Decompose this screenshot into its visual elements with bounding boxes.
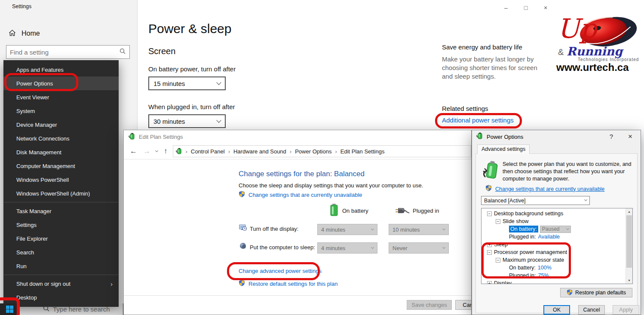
menu-item-windows-powershell-admin[interactable]: Windows PowerShell (Admin) <box>3 187 119 200</box>
power-plan-selector[interactable]: Balanced [Active] <box>481 196 590 205</box>
tree-scrollbar[interactable]: ▲ ▼ <box>626 208 632 284</box>
save-changes-button[interactable]: Save changes <box>407 300 452 310</box>
collapse-icon[interactable]: − <box>487 211 492 216</box>
forward-icon[interactable]: → <box>143 147 150 156</box>
menu-item-power-options[interactable]: Power Options <box>3 76 119 90</box>
menu-item-file-explorer[interactable]: File Explorer <box>3 232 119 245</box>
breadcrumb-power-options[interactable]: Power Options <box>295 148 331 155</box>
menu-item-task-manager[interactable]: Task Manager <box>3 204 119 218</box>
uac-shield-icon <box>239 191 245 199</box>
menu-item-event-viewer[interactable]: Event Viewer <box>3 90 119 104</box>
sidebar-item-home[interactable]: Home <box>9 25 131 42</box>
plugged-in-turnoff-dropdown[interactable]: 30 minutes <box>148 114 226 128</box>
edit-plan-titlebar[interactable]: Edit Plan Settings <box>124 130 471 144</box>
expand-icon[interactable]: + <box>487 281 492 284</box>
display-on-battery-dropdown[interactable]: 4 minutes <box>317 224 377 235</box>
menu-item-desktop[interactable]: Desktop <box>3 291 119 304</box>
menu-item-search[interactable]: Search <box>3 245 119 259</box>
dialog-cancel-button[interactable]: Cancel <box>578 305 605 315</box>
cancel-button[interactable]: Cancel <box>455 300 472 310</box>
minimize-button[interactable]: – <box>499 2 513 13</box>
menu-item-device-manager[interactable]: Device Manager <box>3 118 119 132</box>
breadcrumb-separator: › <box>335 148 337 155</box>
tree-item-slide-show[interactable]: − Slide show <box>496 217 528 225</box>
apply-button[interactable]: Apply <box>613 305 639 315</box>
chevron-down-icon <box>371 245 374 248</box>
chevron-down-icon <box>216 80 221 85</box>
unavailable-settings-link-row[interactable]: Change settings that are currently unava… <box>239 191 362 199</box>
additional-power-settings-link[interactable]: Additional power settings <box>442 116 542 124</box>
sleep-moon-icon <box>239 242 246 251</box>
breadcrumb-hardware-and-sound[interactable]: Hardware and Sound <box>233 148 286 155</box>
sleep-on-battery-dropdown[interactable]: 4 minutes <box>317 242 377 254</box>
edit-plan-navbar: ← → ↑ › Control Panel › Hardware and Sou… <box>124 144 471 159</box>
tree-item-maximum-processor-state[interactable]: − Maximum processor state <box>496 256 564 264</box>
sleep-plugged-in-dropdown[interactable]: Never <box>389 242 449 254</box>
tree-item-desktop-background[interactable]: − Desktop background settings <box>487 210 563 217</box>
search-icon <box>120 48 126 56</box>
scroll-down-button[interactable]: ▼ <box>626 277 632 284</box>
find-setting-input[interactable] <box>6 49 120 56</box>
scrollbar-thumb[interactable] <box>626 215 632 268</box>
ok-button[interactable]: OK <box>543 305 570 315</box>
collapse-icon[interactable]: − <box>487 250 492 255</box>
dialog-unavailable-link-row[interactable]: Change settings that are currently unava… <box>485 185 604 193</box>
change-advanced-power-settings-link[interactable]: Change advanced power settings <box>239 268 322 274</box>
dialog-unavailable-link[interactable]: Change settings that are currently unava… <box>495 186 604 192</box>
processor-on-battery-value[interactable]: 100% <box>538 265 552 271</box>
tree-label: On battery: <box>509 265 536 271</box>
restore-plan-defaults-button[interactable]: Restore plan defaults <box>560 288 632 297</box>
up-icon[interactable]: ↑ <box>164 147 168 156</box>
start-button[interactable] <box>0 303 19 315</box>
menu-separator <box>4 275 118 275</box>
tree-item-processor-power-management[interactable]: − Processor power management <box>487 248 567 256</box>
power-plan-icon <box>176 148 182 156</box>
slideshow-on-battery-dropdown[interactable]: Paused <box>540 226 571 233</box>
menu-item-network-connections[interactable]: Network Connections <box>3 132 119 145</box>
expand-icon[interactable]: + <box>487 242 492 247</box>
display-plugged-in-dropdown[interactable]: 10 minutes <box>389 224 449 235</box>
back-icon[interactable]: ← <box>130 147 137 156</box>
tree-item-processor-on-battery[interactable]: On battery: 100% <box>509 264 552 272</box>
processor-plugged-in-value[interactable]: 75% <box>538 272 549 278</box>
address-bar[interactable]: › Control Panel › Hardware and Sound › P… <box>173 145 472 157</box>
minimize-icon: – <box>504 4 508 11</box>
collapse-icon[interactable]: − <box>496 219 500 224</box>
save-energy-title: Save energy and battery life <box>442 43 542 51</box>
find-setting-searchbox[interactable] <box>6 45 130 59</box>
history-chevron-icon[interactable] <box>155 149 158 152</box>
restore-defaults-link-row[interactable]: Restore default settings for this plan <box>239 280 337 288</box>
breadcrumb-control-panel[interactable]: Control Panel <box>191 148 225 155</box>
tree-item-display[interactable]: + Display <box>487 279 512 284</box>
on-battery-turnoff-dropdown[interactable]: 15 minutes <box>148 76 226 90</box>
dialog-close-button[interactable]: × <box>622 130 639 143</box>
collapse-icon[interactable]: − <box>496 258 500 263</box>
restore-defaults-link[interactable]: Restore default settings for this plan <box>248 281 337 287</box>
slideshow-plugged-in-value[interactable]: Available <box>538 234 560 240</box>
menu-item-settings[interactable]: Settings <box>3 218 119 232</box>
logo-url: www.urtech.ca <box>556 61 629 73</box>
submenu-arrow-icon: › <box>110 280 113 287</box>
on-battery-turnoff-label: On battery power, turn off after <box>148 65 236 73</box>
scroll-up-button[interactable]: ▲ <box>626 208 632 215</box>
menu-item-apps-and-features[interactable]: Apps and Features <box>3 63 119 76</box>
menu-item-disk-management[interactable]: Disk Management <box>3 145 119 159</box>
tree-item-sleep[interactable]: + Sleep <box>487 241 508 248</box>
power-options-dialog: Power Options ? × Advanced settings Sele… <box>472 130 641 315</box>
menu-item-computer-management[interactable]: Computer Management <box>3 159 119 173</box>
tree-item-slideshow-plugged-in[interactable]: Plugged in: Available <box>509 233 560 241</box>
tree-item-processor-plugged-in[interactable]: Plugged in: 75% <box>509 272 549 279</box>
tree-item-slideshow-on-battery[interactable]: On battery: Paused <box>509 225 571 233</box>
display-on-battery-value: 4 minutes <box>321 226 345 233</box>
menu-item-windows-powershell[interactable]: Windows PowerShell <box>3 173 119 187</box>
unavailable-settings-link[interactable]: Change settings that are currently unava… <box>248 192 362 198</box>
tab-advanced-settings[interactable]: Advanced settings <box>477 144 530 154</box>
help-button[interactable]: ? <box>603 130 620 143</box>
menu-item-shut-down-or-sign-out[interactable]: Shut down or sign out › <box>3 277 119 291</box>
maximize-button[interactable]: □ <box>518 2 533 13</box>
close-button[interactable]: × <box>538 2 553 13</box>
settings-window-title: Settings <box>12 3 31 9</box>
menu-item-system[interactable]: System <box>3 104 119 118</box>
breadcrumb-edit-plan-settings[interactable]: Edit Plan Settings <box>340 148 385 155</box>
menu-item-run[interactable]: Run <box>3 259 119 273</box>
